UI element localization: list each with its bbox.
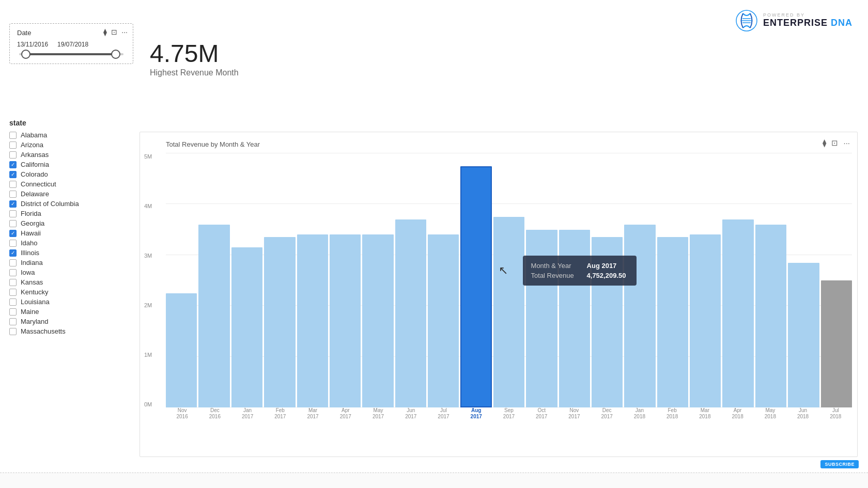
bar[interactable]	[657, 237, 688, 407]
bar[interactable]	[460, 166, 491, 407]
bar[interactable]	[198, 225, 229, 407]
state-item[interactable]: Illinois	[9, 249, 133, 257]
state-item[interactable]: Kentucky	[9, 288, 133, 296]
bar-column[interactable]	[657, 153, 688, 407]
bar-column[interactable]	[198, 153, 229, 407]
state-checkbox[interactable]	[9, 200, 17, 208]
state-checkbox[interactable]	[9, 308, 17, 316]
state-item[interactable]: Alabama	[9, 131, 133, 139]
state-item[interactable]: Connecticut	[9, 180, 133, 188]
state-item[interactable]: Maine	[9, 308, 133, 316]
bar[interactable]	[526, 230, 557, 407]
bar[interactable]	[592, 237, 623, 407]
bar[interactable]	[690, 234, 721, 407]
bar[interactable]	[264, 237, 295, 407]
date-slider-track[interactable]	[19, 53, 123, 55]
state-item[interactable]: Arkansas	[9, 151, 133, 159]
state-item[interactable]: Arizona	[9, 141, 133, 149]
bar-column[interactable]	[362, 153, 393, 407]
bar-column[interactable]	[592, 153, 623, 407]
state-checkbox[interactable]	[9, 298, 17, 306]
state-checkbox[interactable]	[9, 279, 17, 286]
chart-area: 0M1M2M3M4M5M Nov2016Dec2016Jan2017Feb201…	[166, 153, 852, 423]
chart-more-icon[interactable]: ···	[843, 138, 850, 148]
state-checkbox[interactable]	[9, 171, 17, 178]
state-checkbox[interactable]	[9, 328, 17, 335]
bar-column[interactable]	[788, 153, 819, 407]
bar[interactable]	[166, 293, 197, 407]
state-item[interactable]: California	[9, 161, 133, 168]
state-checkbox[interactable]	[9, 181, 17, 188]
state-label: Illinois	[21, 249, 39, 257]
bar[interactable]	[788, 263, 819, 407]
bar-column[interactable]	[330, 153, 361, 407]
bar[interactable]	[559, 230, 590, 407]
chart-export-icon[interactable]: ⊡	[831, 138, 838, 148]
state-checkbox[interactable]	[9, 161, 17, 168]
bar[interactable]	[755, 225, 786, 407]
bar-column[interactable]	[460, 153, 491, 407]
bar-column[interactable]	[493, 153, 524, 407]
more-options-icon[interactable]: ···	[121, 28, 128, 36]
state-item[interactable]: Idaho	[9, 239, 133, 247]
state-checkbox[interactable]	[9, 141, 17, 149]
state-checkbox[interactable]	[9, 230, 17, 237]
bar-column[interactable]	[231, 153, 262, 407]
filter-icon[interactable]: ⧫	[103, 28, 107, 36]
state-item[interactable]: Hawaii	[9, 229, 133, 237]
bar-column[interactable]	[526, 153, 557, 407]
state-checkbox[interactable]	[9, 210, 17, 217]
state-checkbox[interactable]	[9, 269, 17, 276]
bar-column[interactable]	[755, 153, 786, 407]
state-item[interactable]: Georgia	[9, 219, 133, 227]
chart-toolbar: ⧫ ⊡ ···	[823, 138, 850, 148]
state-item[interactable]: Colorado	[9, 170, 133, 178]
bar[interactable]	[362, 234, 393, 407]
state-checkbox[interactable]	[9, 132, 17, 139]
bar-column[interactable]	[428, 153, 459, 407]
state-checkbox[interactable]	[9, 249, 17, 257]
state-item[interactable]: Iowa	[9, 269, 133, 276]
bar[interactable]	[395, 219, 426, 407]
state-checkbox[interactable]	[9, 191, 17, 198]
kpi-area: 4.75M Highest Revenue Month	[150, 41, 239, 77]
state-item[interactable]: Massachusetts	[9, 327, 133, 335]
state-checkbox[interactable]	[9, 259, 17, 266]
bar[interactable]	[821, 280, 852, 407]
state-checkbox[interactable]	[9, 318, 17, 325]
state-checkbox[interactable]	[9, 289, 17, 296]
state-item[interactable]: Kansas	[9, 278, 133, 286]
state-item[interactable]: Louisiana	[9, 298, 133, 306]
state-checkbox[interactable]	[9, 151, 17, 159]
state-item[interactable]: Maryland	[9, 318, 133, 325]
state-checkbox[interactable]	[9, 240, 17, 247]
state-checkbox[interactable]	[9, 220, 17, 227]
bar[interactable]	[297, 234, 328, 407]
export-icon[interactable]: ⊡	[111, 28, 117, 36]
bar-column[interactable]	[559, 153, 590, 407]
bar-column[interactable]	[297, 153, 328, 407]
bar-column[interactable]	[722, 153, 753, 407]
bar[interactable]	[624, 225, 655, 407]
bar[interactable]	[231, 247, 262, 407]
bar[interactable]	[330, 234, 361, 407]
bar[interactable]	[722, 219, 753, 407]
state-item[interactable]: Indiana	[9, 259, 133, 266]
slider-thumb-right[interactable]	[111, 50, 120, 59]
bar-column[interactable]	[690, 153, 721, 407]
bars-wrapper[interactable]	[166, 153, 852, 407]
bar[interactable]	[428, 234, 459, 407]
state-item[interactable]: District of Columbia	[9, 200, 133, 208]
chart-filter-icon[interactable]: ⧫	[823, 138, 826, 148]
bar-column[interactable]	[395, 153, 426, 407]
bar-column[interactable]	[166, 153, 197, 407]
state-item[interactable]: Florida	[9, 210, 133, 217]
bar-column[interactable]	[264, 153, 295, 407]
bar[interactable]	[493, 217, 524, 407]
subscribe-button[interactable]: SUBSCRIBE	[820, 460, 859, 468]
bar-column[interactable]	[624, 153, 655, 407]
x-axis-label: Aug2017	[460, 407, 492, 423]
bar-column[interactable]	[821, 153, 852, 407]
slider-thumb-left[interactable]	[21, 50, 30, 59]
state-item[interactable]: Delaware	[9, 190, 133, 198]
